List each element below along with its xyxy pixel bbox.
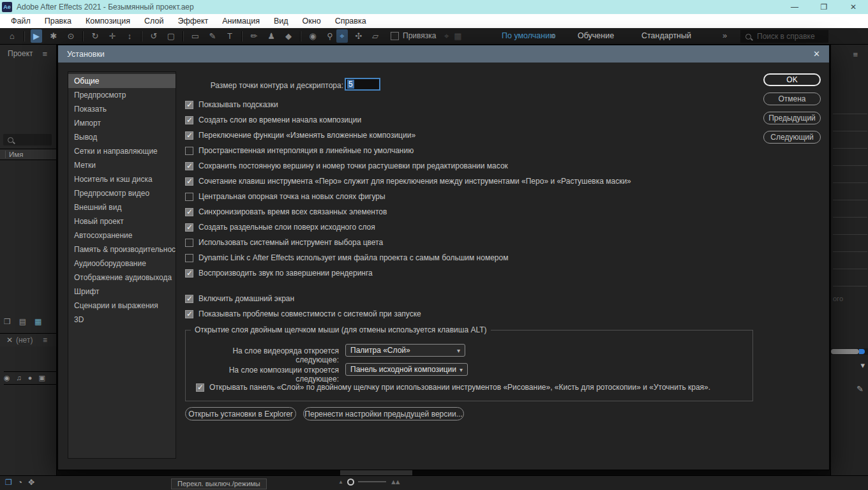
tool-button[interactable] bbox=[141, 31, 142, 41]
region-of-interest-tool-icon[interactable]: ▢ bbox=[165, 29, 177, 43]
option-row[interactable]: Синхронизировать время всех связанных эл… bbox=[185, 207, 631, 217]
checkbox[interactable] bbox=[185, 310, 193, 318]
local-axis-mode-icon[interactable]: ⌖ bbox=[336, 29, 348, 43]
minimize-button[interactable]: — bbox=[780, 0, 809, 14]
project-depth-icon[interactable]: ❒ bbox=[4, 317, 11, 326]
footage-layer-select[interactable]: Палитра «Слой» ▾ bbox=[345, 344, 465, 357]
scrollbar-thumb[interactable] bbox=[831, 349, 859, 354]
snap-checkbox[interactable] bbox=[391, 32, 399, 40]
restore-button[interactable]: ❐ bbox=[809, 0, 839, 14]
tool-button[interactable] bbox=[183, 31, 184, 41]
checkbox[interactable] bbox=[185, 295, 193, 303]
zoom-out-icon[interactable]: ▲ bbox=[338, 479, 343, 485]
option-row[interactable]: Создать раздельные слои поверх исходного… bbox=[185, 222, 631, 232]
option-row[interactable]: Использовать системный инструмент выбора… bbox=[185, 237, 631, 248]
option-row[interactable]: Включить домашний экран bbox=[185, 293, 631, 304]
dolly-camera-tool-icon[interactable]: ↕ bbox=[124, 29, 135, 43]
option-row[interactable]: Показывать проблемы совместимости с сист… bbox=[185, 309, 631, 319]
help-search-box[interactable] bbox=[740, 30, 828, 43]
zoom-slider-knob[interactable] bbox=[347, 479, 354, 486]
timeline-zoom-control[interactable]: ▲ ▲▲ bbox=[338, 478, 399, 486]
category-item[interactable]: Сценарии и выражения bbox=[68, 299, 176, 313]
close-icon[interactable]: ✕ bbox=[6, 334, 13, 346]
cancel-button[interactable]: Отмена bbox=[763, 93, 821, 105]
workspace-overflow-icon[interactable]: » bbox=[722, 31, 726, 40]
menu-item[interactable]: Вид bbox=[267, 17, 296, 26]
checkbox[interactable] bbox=[185, 208, 193, 216]
zoom-tool-icon[interactable]: ⊙ bbox=[65, 29, 77, 43]
draft-3d-icon[interactable]: ◔ bbox=[18, 478, 22, 487]
project-panel-tab[interactable]: Проект bbox=[8, 49, 33, 58]
new-folder-icon[interactable]: ▤ bbox=[19, 317, 26, 326]
category-item[interactable]: Память & производительность bbox=[68, 242, 176, 256]
open-layer-panel-option[interactable]: Открывать панель «Слой» по двойному щелч… bbox=[196, 383, 710, 392]
dialog-close-icon[interactable]: ✕ bbox=[813, 49, 820, 59]
category-item[interactable]: 3D bbox=[68, 313, 176, 327]
menu-item[interactable]: Файл bbox=[4, 17, 38, 26]
option-row[interactable]: Пространственная интерполяция в линейные… bbox=[185, 145, 631, 156]
menu-item[interactable]: Справка bbox=[328, 17, 373, 26]
mask-visibility-icon[interactable]: ⌖ bbox=[444, 29, 449, 43]
type-tool-icon[interactable]: T bbox=[224, 29, 236, 43]
solo-icon[interactable]: ● bbox=[28, 374, 33, 382]
category-item[interactable]: Автосохранение bbox=[68, 228, 176, 242]
pen-tool-icon[interactable]: ✎ bbox=[207, 29, 218, 43]
menu-item[interactable]: Анимация bbox=[215, 17, 267, 26]
option-row[interactable]: Центральная опорная точка на новых слоях… bbox=[185, 191, 631, 202]
panel-menu-icon[interactable]: ≡ bbox=[43, 334, 47, 346]
menu-item[interactable]: Правка bbox=[38, 17, 79, 26]
tool-button[interactable] bbox=[82, 31, 84, 41]
menu-item[interactable]: Эффект bbox=[170, 17, 215, 26]
orbit-camera-tool-icon[interactable]: ↻ bbox=[89, 29, 101, 43]
view-axis-mode-icon[interactable]: ▱ bbox=[370, 29, 381, 43]
checkbox[interactable] bbox=[185, 131, 193, 140]
panel-menu-icon[interactable]: ≡ bbox=[42, 49, 47, 59]
puppet-pin-tool-icon[interactable]: ⚲ bbox=[324, 29, 336, 43]
checkbox[interactable] bbox=[185, 193, 193, 201]
category-item[interactable]: Показать bbox=[68, 102, 176, 116]
horizontal-scrollbar[interactable] bbox=[831, 348, 868, 355]
checkbox[interactable] bbox=[185, 269, 193, 278]
checkbox[interactable] bbox=[185, 223, 193, 232]
option-row[interactable]: Создать слои во времени начала композици… bbox=[185, 115, 631, 125]
audio-icon[interactable]: ♫ bbox=[17, 374, 22, 382]
category-item[interactable]: Носитель и кэш диска bbox=[68, 172, 176, 186]
comp-marker-icon[interactable]: ▾ bbox=[860, 360, 865, 370]
clone-stamp-tool-icon[interactable]: ♟ bbox=[266, 29, 277, 43]
project-name-column-header[interactable]: Имя bbox=[0, 149, 56, 160]
snap-control[interactable]: Привязка bbox=[391, 31, 436, 40]
motion-blur-icon[interactable]: ✥ bbox=[28, 478, 34, 487]
eye-icon[interactable]: ◉ bbox=[4, 374, 10, 382]
panel-menu-icon[interactable]: ≡ bbox=[853, 50, 858, 59]
checkbox[interactable] bbox=[196, 383, 204, 392]
category-item[interactable]: Вывод bbox=[68, 130, 176, 144]
category-item[interactable]: Метки bbox=[68, 158, 176, 172]
zoom-in-icon[interactable]: ▲▲ bbox=[390, 478, 399, 486]
comp-layer-select[interactable]: Панель исходной композиции ▾ bbox=[345, 363, 468, 376]
menu-item[interactable]: Слой bbox=[137, 17, 170, 26]
graph-editor-icon[interactable]: ✎ bbox=[857, 384, 864, 394]
grid-options-icon[interactable]: ▦ bbox=[454, 29, 461, 43]
option-row[interactable]: Dynamic Link с After Effects использует … bbox=[185, 253, 631, 263]
new-composition-icon[interactable]: ▦ bbox=[34, 317, 41, 326]
category-item[interactable]: Внешний вид bbox=[68, 200, 176, 214]
pan-behind-tool-icon[interactable]: ✛ bbox=[107, 29, 118, 43]
previous-button[interactable]: Предыдущий bbox=[763, 112, 821, 124]
workspace-tab-learn[interactable]: Обучение bbox=[578, 31, 614, 40]
workspace-tab-standard[interactable]: Стандартный bbox=[641, 31, 691, 40]
checkbox[interactable] bbox=[185, 254, 193, 262]
brush-tool-icon[interactable]: ✏ bbox=[248, 29, 260, 43]
workspace-tab-default[interactable]: По умолчанию bbox=[502, 31, 556, 40]
option-row[interactable]: Сохранить постоянную вершину и номер точ… bbox=[185, 161, 631, 171]
ok-button[interactable]: OK bbox=[763, 73, 821, 86]
scrollbar-cap[interactable] bbox=[859, 349, 865, 354]
selection-tool-icon[interactable]: ▶ bbox=[31, 29, 42, 43]
checkbox[interactable] bbox=[185, 162, 193, 170]
home-icon[interactable]: ⌂ bbox=[6, 29, 18, 43]
eraser-tool-icon[interactable]: ◆ bbox=[283, 29, 294, 43]
tool-button[interactable] bbox=[300, 31, 301, 41]
category-item[interactable]: Аудиооборудование bbox=[68, 256, 176, 271]
category-item[interactable]: Сетки и направляющие bbox=[68, 144, 176, 158]
option-row[interactable]: Воспроизводить звук по завершении рендер… bbox=[185, 268, 631, 278]
lock-icon[interactable]: ▣ bbox=[39, 374, 45, 382]
